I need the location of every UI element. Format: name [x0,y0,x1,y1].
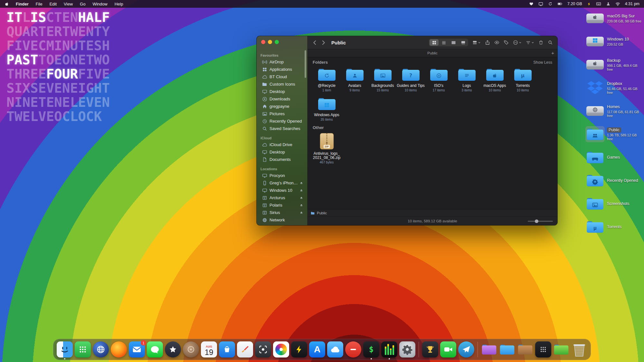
dock-folder-purple-icon[interactable] [481,341,497,357]
column-view-button[interactable] [449,39,458,46]
tab-public[interactable]: Public [427,51,437,55]
sidebar-item-recently-opened[interactable]: Recently Opened [258,117,306,125]
desktop-icon-games[interactable]: Games [585,146,643,169]
dock-cloud-app-icon[interactable] [327,341,343,357]
desktop-icon-recently-opened[interactable]: Recently Opened [585,169,643,192]
battery-status-icon[interactable] [557,1,563,6]
zoom-button[interactable] [275,40,279,44]
desktop-icon-windows-10[interactable]: Windows 10239.52 GB [585,30,643,53]
desktop-icon-homes[interactable]: Homes117.08 GB, 61.81 GB free [585,99,643,123]
gallery-view-button[interactable] [459,39,468,46]
wifi-status-icon[interactable] [615,2,620,6]
group-button[interactable] [472,40,481,45]
menu-clock[interactable]: 4:31 pm [625,2,639,6]
sync-status-icon[interactable] [548,2,553,6]
sidebar-item-downloads[interactable]: Downloads [258,95,306,103]
sort-button[interactable] [526,40,534,45]
show-less-button[interactable]: Show Less [533,60,552,65]
display-status-icon[interactable] [538,2,543,6]
minimize-button[interactable] [268,40,272,44]
dock-system-preferences-icon[interactable] [399,341,415,357]
sidebar-item-pictures[interactable]: Pictures [258,110,306,117]
sidebar-item-network[interactable]: Network [258,216,306,224]
eject-icon[interactable] [299,203,303,207]
dock-photos-icon[interactable] [273,341,289,357]
eject-icon[interactable] [299,211,303,215]
eject-icon[interactable] [299,181,303,185]
more-actions-button[interactable] [513,40,522,45]
sidebar-item-desktop[interactable]: Desktop [258,88,306,95]
close-button[interactable] [261,40,265,44]
dock-facetime-icon[interactable] [440,341,456,357]
dock-red-status-app-icon[interactable] [345,341,361,357]
share-button[interactable] [485,40,490,45]
folder-item-macos-apps[interactable]: macOS Apps10 items [481,67,509,92]
dock-calendar-icon[interactable]: AUG19 [201,341,217,357]
heart-status-icon[interactable] [529,2,534,6]
tag-button[interactable] [504,40,509,45]
slider-thumb[interactable] [535,219,538,223]
menu-edit[interactable]: Edit [50,2,57,6]
desktop-icon-backup[interactable]: Backup998.1 GB, 469.4 GB free [585,53,643,76]
icon-size-slider[interactable] [528,219,553,223]
path-bar-label[interactable]: Public [317,211,327,215]
desktop-icon-dropbox[interactable]: Dropbox51.46 GB, 51.46 GB free [585,76,643,99]
search-button[interactable] [548,40,553,45]
desktop-icon-screenshots[interactable]: Screenshots [585,192,643,215]
dock-audio-meter-icon[interactable] [381,341,397,357]
dock-trophy-app-icon[interactable] [422,341,438,357]
folder-item-windows-apps[interactable]: Windows Apps35 items [313,97,341,121]
eject-icon[interactable] [299,189,303,192]
sidebar-item-icloud-drive[interactable]: iCloud Drive [258,141,306,148]
dock-app-store-icon[interactable]: A [309,341,325,357]
desktop-icon-torrents[interactable]: µTorrents [585,215,643,238]
sidebar-item-desktop[interactable]: Desktop [258,148,306,156]
dock-folder-brown-icon[interactable] [517,341,533,357]
sidebar-item-saved-searches[interactable]: Saved Searches [258,125,306,132]
desktop-icon-public[interactable]: Public1.36 TB, 589.12 GB free [585,123,643,146]
keyboard-status-icon[interactable] [596,1,601,6]
folder-item-guides-and-tips[interactable]: ?Guides and Tips10 items [397,67,425,92]
icon-view-button[interactable] [430,39,439,46]
sidebar-item-custom-icons[interactable]: Custom Icons [258,80,306,88]
dock-bolt-app-icon[interactable] [291,341,307,357]
sidebar-item-windows-10[interactable]: Windows 10 [258,187,306,194]
dock-arcade-icon[interactable] [165,341,181,357]
dock-terminal-icon[interactable]: $ [363,341,379,357]
menu-help[interactable]: Help [115,2,123,6]
menu-go[interactable]: Go [80,2,85,6]
sidebar-item-applications[interactable]: Applications [258,66,306,73]
sidebar-scrollbar[interactable] [305,50,306,78]
menu-finder[interactable]: Finder [16,2,29,6]
dock-media-app-icon[interactable] [535,341,551,357]
sidebar-item-polaris[interactable]: Polaris [258,201,306,209]
dock-folder-green-icon[interactable] [553,341,569,357]
memory-usage-text[interactable]: 7.20 GB [567,2,582,6]
folder-item-iso-s[interactable]: ISO's17 items [425,67,453,92]
dock-messages-icon[interactable] [147,341,163,357]
forward-button[interactable] [321,40,326,45]
desktop-icon-macos-big-sur[interactable]: macOS Big Sur239.08 GB, 98 GB free [585,7,643,30]
folder-item-torrents[interactable]: µTorrents10 items [509,67,537,92]
list-view-button[interactable] [439,39,448,46]
dock-design-app-icon[interactable] [237,341,253,357]
menu-window[interactable]: Window [92,2,107,6]
eject-icon[interactable] [299,196,303,200]
menu-file[interactable]: File [36,2,43,6]
sidebar-item-procyon[interactable]: Procyon [258,172,306,179]
sidebar-item-greg-s-iphone-11[interactable]: Greg's iPhone 11 [258,179,306,187]
bolt-status-icon[interactable] [587,2,591,6]
folder-item-avatars[interactable]: Avatars9 items [341,67,369,92]
user-status-icon[interactable] [606,2,611,6]
sidebar-item-sirius[interactable]: Sirius [258,209,306,216]
folder-item-backgrounds[interactable]: Backgrounds15 items [369,67,397,92]
dock-photo-editor-icon[interactable] [183,341,199,357]
back-button[interactable] [312,40,317,45]
delete-button[interactable] [538,40,544,45]
file-item-antivirus-logs-2021-08-06-zip[interactable]: ZIPAntivirus_logs_2021_08_06.zip467 byte… [313,133,341,164]
dock-finder-icon[interactable] [57,341,73,357]
folder-item-logs[interactable]: Logs3 items [453,67,481,92]
sidebar-item-gregpayne[interactable]: gregpayne [258,103,306,110]
new-tab-button[interactable]: + [551,49,554,57]
sidebar-item-bt-cloud[interactable]: BT Cloud [258,73,306,80]
